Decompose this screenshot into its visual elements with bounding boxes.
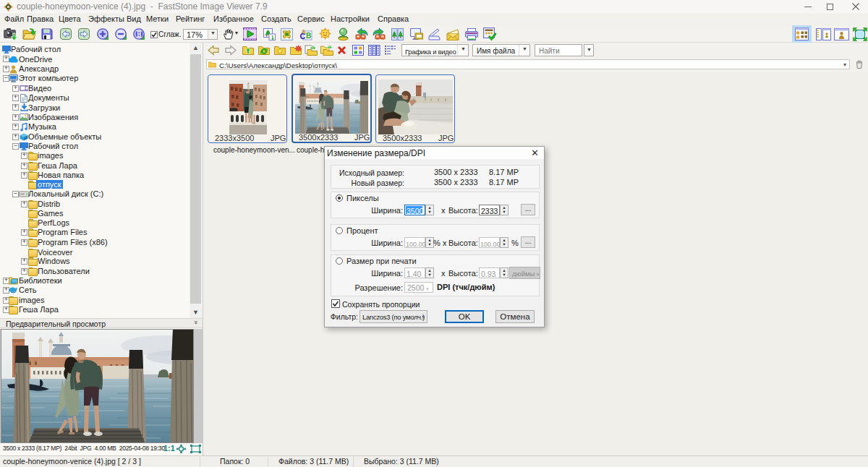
svg-text:C: C [300,32,306,40]
svg-text:B: B [306,32,311,40]
